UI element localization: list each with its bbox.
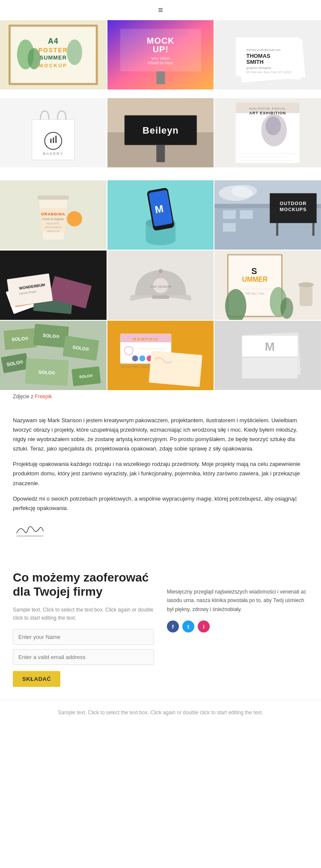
svg-text:MEMPHIS: MEMPHIS	[133, 337, 158, 341]
social-icons: f t i	[167, 620, 308, 632]
offer-section: Co możemy zaoferowaćdla Twojej firmy Sam…	[0, 553, 321, 700]
svg-text:Fresh & Organic: Fresh & Organic	[42, 218, 64, 221]
gallery-item-solo[interactable]: SOLO® SOLO® SOLO® SOLO® SOLO® SOLO®	[0, 321, 107, 390]
gallery-item-billboard[interactable]: MOCK UP! your vision should be here.	[107, 20, 214, 89]
svg-text:REALISTIC: REALISTIC	[47, 222, 60, 225]
offer-right-column: Miesięczny przegląd najświeższych wiadom…	[167, 570, 308, 687]
svg-point-124	[139, 355, 145, 361]
svg-rect-69	[240, 210, 253, 219]
svg-text:MOCKUP: MOCKUP	[39, 63, 68, 68]
svg-text:thomas.smith@email.com: thomas.smith@email.com	[247, 48, 281, 51]
offer-sample-text: Sample text. Click to select the text bo…	[13, 606, 154, 622]
svg-rect-70	[223, 223, 236, 232]
svg-text:MOCK: MOCK	[147, 36, 175, 45]
svg-rect-38	[156, 145, 165, 162]
signature	[13, 522, 308, 540]
svg-text:your vision: your vision	[152, 56, 170, 60]
gallery-item-cap[interactable]: CAP DESIGN	[107, 251, 214, 320]
gallery-item-wonderbum-cards[interactable]: WONDERBUM Karina Dryse	[0, 251, 107, 320]
gallery-row-3: ORANGINA Fresh & Organic REALISTIC PHOTO…	[0, 180, 321, 250]
svg-rect-68	[223, 210, 236, 219]
svg-rect-30	[53, 137, 54, 143]
menu-icon[interactable]: ≡	[158, 5, 163, 15]
gallery-item-poster[interactable]: A4 POSTER SUMMER MOCKUP	[0, 20, 107, 89]
svg-rect-29	[50, 139, 51, 143]
twitter-icon[interactable]: t	[182, 620, 194, 632]
svg-point-96	[281, 298, 294, 319]
about-section: Nazywam się Mark Stanson i jestem kreaty…	[0, 403, 321, 553]
svg-text:A4: A4	[48, 37, 59, 45]
header: ≡	[0, 0, 321, 20]
about-paragraph-3: Opowiedz mi o swoich potrzebach projekto…	[13, 494, 308, 513]
svg-text:M: M	[265, 340, 275, 353]
email-input[interactable]	[13, 649, 154, 665]
svg-point-45	[266, 116, 281, 135]
svg-text:THOMAS: THOMAS	[247, 53, 270, 59]
svg-text:SUMMER: SUMMER	[40, 54, 67, 61]
gallery-item-signage[interactable]: Beileyn	[107, 98, 214, 167]
svg-text:MOCKUPS: MOCKUPS	[280, 207, 307, 212]
gallery-item-memphis[interactable]: MEMPHIS 00-123-4567 | YOUR BRAND NAME	[107, 321, 214, 390]
svg-rect-12	[156, 72, 165, 84]
about-paragraph-2: Projektuję opakowania każdego rodzaju i …	[13, 459, 308, 488]
offer-right-text: Miesięczny przegląd najświeższych wiadom…	[167, 588, 308, 614]
about-paragraph-1: Nazywam się Mark Stanson i jestem kreaty…	[13, 416, 308, 453]
svg-text:45 Park Ave, New York, NY 1002: 45 Park Ave, New York, NY 10022	[247, 71, 291, 74]
svg-text:should be here.: should be here.	[147, 61, 174, 65]
svg-text:ORANGINA: ORANGINA	[41, 212, 65, 216]
instagram-icon[interactable]: i	[198, 620, 210, 632]
submit-button[interactable]: SKŁADAĆ	[13, 671, 60, 687]
gallery-row-4: WONDERBUM Karina Dryse CAP DESIGN	[0, 251, 321, 320]
svg-text:POSTER: POSTER	[39, 47, 68, 54]
svg-text:BAKERY: BAKERY	[43, 152, 63, 156]
gallery-item-bag[interactable]: BAKERY	[0, 98, 107, 167]
svg-text:SMITH: SMITH	[247, 59, 264, 65]
svg-rect-127	[149, 351, 202, 387]
footer-text: Sample text. Click to select the text bo…	[13, 709, 308, 717]
svg-text:GET ALL YOU: GET ALL YOU	[245, 292, 265, 295]
svg-rect-31	[55, 136, 56, 143]
facebook-icon[interactable]: f	[167, 620, 179, 632]
footer: Sample text. Click to select the text bo…	[0, 700, 321, 730]
svg-rect-134	[242, 357, 297, 379]
svg-text:PHOTOSHOP: PHOTOSHOP	[45, 226, 61, 229]
svg-point-77	[232, 185, 257, 197]
gallery-row-5: SOLO® SOLO® SOLO® SOLO® SOLO® SOLO®	[0, 321, 321, 390]
gallery-item-summer-poster[interactable]: S UMMER GET ALL YOU	[214, 251, 321, 320]
svg-point-5	[67, 39, 82, 65]
gallery-item-outdoor[interactable]: OUTDOOR MOCKUPS	[214, 180, 321, 250]
svg-text:UP!: UP!	[152, 45, 168, 54]
gallery-separator	[0, 167, 321, 180]
gallery-item-business-card[interactable]: thomas.smith@email.com THOMAS SMITH grap…	[214, 20, 321, 89]
attribution-prefix: Zdjęcie z	[13, 394, 35, 400]
svg-text:MOCK-UP: MOCK-UP	[47, 230, 59, 233]
gallery-row-2: BAKERY Beileyn	[0, 98, 321, 167]
svg-text:Beileyn: Beileyn	[143, 125, 179, 136]
svg-rect-101	[300, 285, 312, 306]
gallery-item-phone[interactable]: M	[107, 180, 214, 250]
svg-point-87	[158, 269, 163, 273]
svg-point-102	[298, 282, 314, 287]
attribution-link[interactable]: Freepik	[35, 394, 52, 400]
gallery-item-letter-m[interactable]: M	[214, 321, 321, 390]
gallery-section-1: A4 POSTER SUMMER MOCKUP	[0, 20, 321, 167]
svg-text:SOLO®: SOLO®	[39, 370, 56, 376]
svg-text:S: S	[252, 266, 259, 276]
svg-text:CAP DESIGN: CAP DESIGN	[150, 285, 171, 289]
gallery-row-1: A4 POSTER SUMMER MOCKUP	[0, 20, 321, 89]
name-input[interactable]	[13, 629, 154, 645]
svg-text:OUTDOOR: OUTDOOR	[280, 201, 307, 206]
gallery-item-exhibition[interactable]: AVALANCHE ANNUAL ART EXHIBITION	[214, 98, 321, 167]
offer-title: Co możemy zaoferowaćdla Twojej firmy	[13, 570, 154, 599]
svg-text:graphic designer: graphic designer	[247, 66, 272, 70]
svg-rect-75	[312, 223, 315, 236]
svg-rect-119	[120, 341, 171, 342]
svg-rect-74	[276, 223, 279, 236]
svg-rect-50	[38, 195, 69, 200]
svg-rect-88	[152, 295, 169, 299]
svg-point-123	[132, 355, 138, 361]
svg-text:UMMER: UMMER	[242, 276, 268, 283]
svg-point-57	[67, 211, 82, 227]
gallery-item-cup[interactable]: ORANGINA Fresh & Organic REALISTIC PHOTO…	[0, 180, 107, 250]
svg-text:ART EXHIBITION: ART EXHIBITION	[250, 111, 286, 115]
